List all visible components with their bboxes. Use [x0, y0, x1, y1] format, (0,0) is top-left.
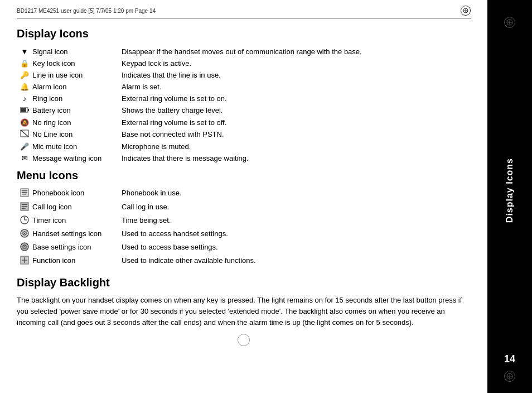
- base-settings-icon-desc: Used to access base settings.: [122, 242, 471, 255]
- display-icons-title: Display Icons: [17, 27, 471, 40]
- icon-cell: 🎤: [17, 141, 32, 153]
- svg-rect-11: [22, 194, 26, 195]
- display-icons-table: ▼ Signal icon Disappear if the handset m…: [17, 46, 471, 165]
- icon-cell: ♪: [17, 93, 32, 105]
- page-content: BD1217 ME4251 user guide [5] 7/7/05 1:20…: [0, 0, 487, 393]
- svg-rect-4: [21, 108, 26, 112]
- table-row: 🔑 Line in use icon Indicates that the li…: [17, 69, 471, 81]
- svg-rect-9: [22, 190, 27, 191]
- sidebar-label: Display Icons: [505, 158, 515, 223]
- icon-desc-cell: Indicates that there is message waiting.: [122, 153, 471, 165]
- icon-cell: [17, 188, 32, 201]
- phonebook-icon-name: Phonebook icon: [32, 188, 122, 201]
- icon-name-cell: No Line icon: [32, 128, 122, 141]
- icon-name-cell: Alarm icon: [32, 82, 122, 93]
- table-row: Phonebook icon Phonebook in use.: [17, 188, 471, 201]
- sidebar-circle-top: [504, 17, 515, 28]
- table-row: Call log icon Call log in use.: [17, 201, 471, 214]
- svg-rect-5: [28, 109, 29, 111]
- backlight-text: The backlight on your handset display co…: [17, 295, 471, 328]
- svg-point-24: [24, 246, 25, 247]
- handset-settings-icon-name: Handset settings icon: [32, 228, 122, 241]
- icon-desc-cell: Microphone is muted.: [122, 141, 471, 153]
- icon-cell: 🔕: [17, 117, 32, 128]
- function-icon-name: Function icon: [32, 255, 122, 269]
- icon-cell: ✉: [17, 153, 32, 165]
- table-row: ✉ Message waiting icon Indicates that th…: [17, 153, 471, 165]
- icon-desc-cell: External ring volume is set to on.: [122, 93, 471, 105]
- icon-cell: [17, 201, 32, 214]
- svg-line-7: [21, 130, 28, 137]
- icon-name-cell: Ring icon: [32, 93, 122, 105]
- table-row: Handset settings icon Used to access han…: [17, 228, 471, 241]
- icon-desc-cell: Alarm is set.: [122, 82, 471, 93]
- sidebar-circle-bottom: [504, 371, 515, 382]
- icon-name-cell: No ring icon: [32, 117, 122, 128]
- icon-desc-cell: Indicates that the line is in use.: [122, 69, 471, 81]
- icon-name-cell: Message waiting icon: [32, 153, 122, 165]
- calllog-icon-name: Call log icon: [32, 201, 122, 214]
- icon-cell: 🔔: [17, 82, 32, 93]
- menu-icons-section: Menu Icons Phonebook icon Phonebook in u…: [17, 169, 471, 269]
- table-row: 🎤 Mic mute icon Microphone is muted.: [17, 141, 471, 153]
- icon-cell: 🔑: [17, 69, 32, 81]
- icon-name-cell: Line in use icon: [32, 69, 122, 81]
- svg-rect-13: [22, 204, 27, 205]
- table-row: Function icon Used to indicate other ava…: [17, 255, 471, 269]
- header-circle-icon: [461, 6, 471, 16]
- table-row: ▼ Signal icon Disappear if the handset m…: [17, 46, 471, 57]
- icon-name-cell: Mic mute icon: [32, 141, 122, 153]
- table-row: ♪ Ring icon External ring volume is set …: [17, 93, 471, 105]
- table-row: 🔒 Key lock icon Keypad lock is active.: [17, 57, 471, 69]
- icon-desc-cell: External ring volume is set to off.: [122, 117, 471, 128]
- header-bar: BD1217 ME4251 user guide [5] 7/7/05 1:20…: [17, 6, 471, 18]
- timer-icon-name: Timer icon: [32, 214, 122, 228]
- base-settings-icon-name: Base settings icon: [32, 242, 122, 255]
- page-bottom-divider: [17, 334, 471, 346]
- backlight-section: Display Backlight The backlight on your …: [17, 276, 471, 328]
- icon-name-cell: Key lock icon: [32, 57, 122, 69]
- icon-name-cell: Signal icon: [32, 46, 122, 57]
- icon-cell: ▼: [17, 46, 32, 57]
- backlight-title: Display Backlight: [17, 276, 471, 289]
- menu-icons-table: Phonebook icon Phonebook in use. Call lo…: [17, 188, 471, 269]
- display-icons-section: Display Icons ▼ Signal icon Disappear if…: [17, 27, 471, 165]
- icon-desc-cell: Keypad lock is active.: [122, 57, 471, 69]
- svg-rect-10: [22, 192, 27, 193]
- header-text: BD1217 ME4251 user guide [5] 7/7/05 1:20…: [17, 8, 449, 14]
- table-row: 🔕 No ring icon External ring volume is s…: [17, 117, 471, 128]
- svg-rect-15: [22, 208, 26, 209]
- svg-rect-14: [22, 206, 27, 207]
- icon-cell: 🔒: [17, 57, 32, 69]
- menu-icons-title: Menu Icons: [17, 169, 471, 182]
- right-sidebar: Display Icons 14: [487, 0, 532, 393]
- icon-desc-cell: Disappear if the handset moves out of co…: [122, 46, 471, 57]
- handset-settings-icon-desc: Used to access handset settings.: [122, 228, 471, 241]
- table-row: Battery icon Shows the battery charge le…: [17, 105, 471, 117]
- phonebook-icon-desc: Phonebook in use.: [122, 188, 471, 201]
- icon-cell: [17, 128, 32, 141]
- icon-name-cell: Battery icon: [32, 105, 122, 117]
- icon-desc-cell: Base not connected with PSTN.: [122, 128, 471, 141]
- table-row: No Line icon Base not connected with PST…: [17, 128, 471, 141]
- table-row: 🔔 Alarm icon Alarm is set.: [17, 82, 471, 93]
- calllog-icon-desc: Call log in use.: [122, 201, 471, 214]
- svg-point-21: [24, 233, 25, 234]
- icon-cell: [17, 214, 32, 228]
- bottom-circle-icon: [238, 334, 250, 346]
- table-row: Base settings icon Used to access base s…: [17, 242, 471, 255]
- table-row: Timer icon Time being set.: [17, 214, 471, 228]
- function-icon-desc: Used to indicate other available functio…: [122, 255, 471, 269]
- icon-cell: [17, 242, 32, 255]
- page-number: 14: [504, 353, 515, 365]
- icon-cell: [17, 228, 32, 241]
- sidebar-text-wrapper: Display Icons: [505, 28, 515, 353]
- icon-cell: [17, 105, 32, 117]
- icon-desc-cell: Shows the battery charge level.: [122, 105, 471, 117]
- timer-icon-desc: Time being set.: [122, 214, 471, 228]
- icon-cell: [17, 255, 32, 269]
